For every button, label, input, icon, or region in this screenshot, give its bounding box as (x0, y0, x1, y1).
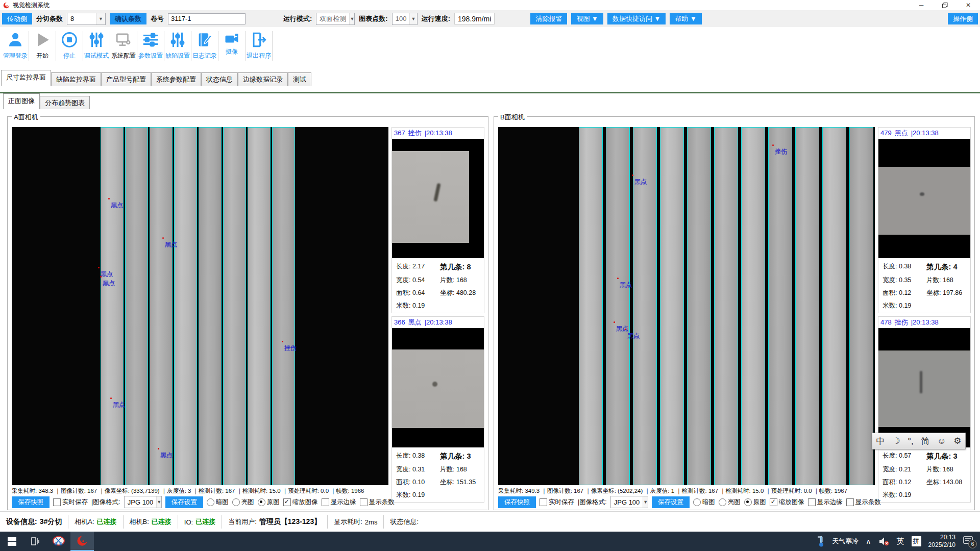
ime-fullwidth-icon[interactable]: ☽ (892, 436, 900, 446)
chevron-down-icon: ▼ (96, 13, 105, 24)
start-button[interactable]: 开始 (29, 27, 56, 60)
material-strip (822, 127, 846, 485)
tab-product-model-config[interactable]: 产品型号配置 (101, 72, 151, 86)
task-view-button[interactable] (23, 532, 47, 551)
chart-points-select[interactable]: 100▼ (392, 13, 418, 25)
ime-indicator[interactable]: 拼 (912, 536, 921, 546)
image-format-select[interactable]: JPG 100▼ (124, 496, 162, 508)
tab-edge-data-record[interactable]: 边缘数据记录 (238, 72, 288, 86)
log-record-button[interactable]: 日志记录 (191, 27, 218, 60)
image-format-select[interactable]: JPG 100▼ (610, 496, 648, 508)
defect-thumbnail[interactable] (878, 139, 970, 258)
tab-test[interactable]: 测试 (288, 72, 311, 86)
defect-thumbnail[interactable] (392, 328, 484, 447)
ime-settings-gear-icon[interactable]: ⚙ (953, 436, 961, 446)
capture-button[interactable]: 摄像 (218, 27, 245, 56)
camera-b-controls: 保存快照 实时保存 |图像格式: JPG 100▼ 保存设置 暗图 亮图 原图 … (498, 495, 973, 509)
bright-image-radio[interactable]: 亮图 (232, 498, 254, 507)
dark-image-radio[interactable]: 暗图 (693, 498, 715, 507)
chevron-down-icon: ▼ (409, 13, 416, 24)
defect-card[interactable]: 367挫伤|20:13:38 长度: 2.17 第几条: 8 宽度: 0.54 … (391, 127, 484, 313)
speaker-muted-icon[interactable] (878, 536, 890, 546)
data-quick-access-button[interactable]: 数据快捷访问 ▼ (607, 13, 666, 24)
slit-count-select[interactable]: 8▼ (67, 13, 106, 25)
admin-login-button[interactable]: 管理登录 (2, 27, 29, 60)
clear-alarm-button[interactable]: 清除报警 (530, 13, 567, 24)
original-image-radio[interactable]: 原图 (258, 498, 280, 507)
defect-details: 长度: 0.38 第几条: 4 宽度: 0.35 片数: 168 面积: 0.1… (878, 258, 970, 310)
save-snapshot-button[interactable]: 保存快照 (498, 496, 536, 508)
material-strip (174, 127, 197, 485)
zoom-image-checkbox[interactable]: 缩放图像 (283, 498, 318, 507)
realtime-save-checkbox[interactable]: 实时保存 (53, 498, 88, 507)
tab-size-monitor[interactable]: 尺寸监控界面 (1, 70, 51, 86)
show-edge-checkbox[interactable]: 显示边缘 (322, 498, 356, 507)
camera-a-image[interactable]: 黑点黑点黑点黑点挫伤黑点黑点 (12, 127, 388, 485)
defect-thumbnail[interactable] (878, 328, 970, 447)
thermometer-icon[interactable] (818, 535, 825, 547)
material-strip (795, 127, 819, 485)
camera-a-defect-list: 367挫伤|20:13:38 长度: 2.17 第几条: 8 宽度: 0.54 … (391, 127, 484, 506)
ime-punctuation-button[interactable]: °, (908, 436, 914, 446)
zoom-image-checkbox[interactable]: 缩放图像 (770, 498, 804, 507)
defect-thumbnail[interactable] (392, 139, 484, 258)
defect-settings-button[interactable]: 缺陷设置 (164, 27, 191, 60)
defect-card[interactable]: 479黑点|20:13:38 长度: 0.38 第几条: 4 宽度: 0.35 … (878, 127, 971, 313)
view-menu-button[interactable]: 视图 ▼ (571, 13, 603, 24)
operator-side-button[interactable]: 操作侧 (948, 13, 978, 24)
notification-center-button[interactable]: 6 (963, 536, 975, 547)
run-mode-select[interactable]: 双面检测▼ (316, 13, 355, 25)
show-count-checkbox[interactable]: 显示条数 (360, 498, 395, 507)
save-settings-button[interactable]: 保存设置 (165, 496, 203, 508)
parameter-settings-button[interactable]: 参数设置 (137, 27, 164, 60)
defect-marker-label: 黑点 (103, 279, 115, 288)
action-icon-row: 管理登录 开始 停止 调试模式 系统配置 参数设置 (0, 27, 980, 70)
confirm-count-button[interactable]: 确认条数 (110, 13, 146, 24)
debug-mode-button[interactable]: 调试模式 (83, 27, 110, 60)
v-sliders-icon (169, 31, 186, 48)
original-image-radio[interactable]: 原图 (744, 498, 766, 507)
system-config-button[interactable]: 系统配置 (110, 27, 137, 60)
save-snapshot-button[interactable]: 保存快照 (12, 496, 50, 508)
dark-image-radio[interactable]: 暗图 (207, 498, 229, 507)
tab-front-image[interactable]: 正面图像 (3, 93, 40, 109)
tab-distribution-trend-chart[interactable]: 分布趋势图表 (40, 96, 90, 109)
stop-button[interactable]: 停止 (56, 27, 83, 60)
language-indicator[interactable]: 英 (897, 537, 904, 546)
defect-card[interactable]: 366黑点|20:13:38 长度: 0.38 第几条: 3 宽度: 0.31 … (391, 316, 484, 503)
minimize-button[interactable]: ─ (910, 0, 933, 10)
help-menu-button[interactable]: 帮助 ▼ (670, 13, 701, 24)
save-settings-button[interactable]: 保存设置 (652, 496, 690, 508)
restore-button[interactable] (933, 0, 957, 10)
chart-points-label: 图表点数: (359, 14, 387, 23)
camera-b-panel-title: B面相机 (498, 113, 527, 122)
material-strip (272, 127, 295, 485)
drive-side-button[interactable]: 传动侧 (2, 13, 32, 24)
tab-defect-monitor[interactable]: 缺陷监控界面 (51, 72, 101, 86)
snipping-tool-button[interactable] (47, 532, 70, 551)
start-button[interactable] (0, 532, 23, 551)
ime-mode-button[interactable]: 中 (876, 435, 885, 447)
weather-status-text[interactable]: 天气寒冷 (832, 537, 859, 546)
clock-date: 2025/2/10 (928, 541, 955, 549)
ime-simplified-button[interactable]: 简 (921, 435, 929, 447)
realtime-save-checkbox[interactable]: 实时保存 (540, 498, 574, 507)
bright-image-radio[interactable]: 亮图 (719, 498, 741, 507)
ime-emoji-button[interactable]: ☺ (937, 436, 946, 446)
show-count-checkbox[interactable]: 显示条数 (846, 498, 881, 507)
chevron-down-icon: ▼ (349, 13, 354, 24)
material-strip (125, 127, 148, 485)
close-button[interactable]: ✕ (957, 0, 980, 10)
roll-number-input[interactable] (168, 13, 246, 24)
exit-program-button[interactable]: 退出程序 (246, 27, 272, 60)
camera-b-image[interactable]: 挫伤黑点黑点黑点黑点 (498, 127, 875, 485)
roll-label: 卷号 (151, 14, 164, 23)
inspection-app-taskbar-button[interactable] (70, 532, 94, 551)
hidden-icons-chevron[interactable]: ∧ (866, 537, 871, 545)
tab-system-param-config[interactable]: 系统参数配置 (151, 72, 201, 86)
show-edge-checkbox[interactable]: 显示边缘 (808, 498, 843, 507)
defect-header: 478挫伤|20:13:38 (878, 317, 970, 328)
tab-status-info[interactable]: 状态信息 (201, 72, 238, 86)
defect-card[interactable]: 478挫伤|20:13:38 长度: 0.57 第几条: 3 宽度: 0.21 … (878, 316, 971, 503)
clock[interactable]: 20:13 2025/2/10 (928, 534, 955, 549)
